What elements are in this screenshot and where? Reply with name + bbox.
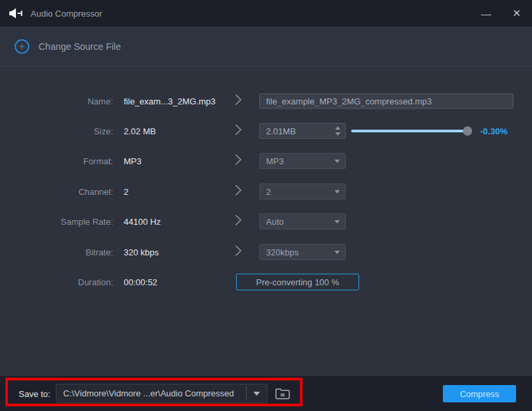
bitrate-row: Bitrate: 320 kbps 320kbps	[0, 242, 532, 262]
dropdown-arrow-icon	[253, 392, 260, 396]
compress-button[interactable]: Compress	[443, 385, 516, 402]
save-to-label: Save to:	[19, 388, 51, 398]
duration-row: Duration: 00:00:52 Pre-converting 100 %	[0, 272, 532, 292]
format-selected-value: MP3	[260, 156, 334, 166]
duration-source-value: 00:00:52	[124, 277, 158, 287]
size-source-value: 2.02 MB	[124, 126, 156, 136]
save-path-combobox[interactable]: C:\Vidmore\Vidmore ...er\Audio Compresse…	[56, 384, 267, 403]
step-up-icon[interactable]	[335, 126, 340, 130]
change-source-file-button[interactable]: Change Source File	[39, 41, 121, 52]
footer-bar: Save to: C:\Vidmore\Vidmore ...er\Audio …	[0, 376, 532, 411]
sample-rate-label: Sample Rate:	[0, 217, 113, 227]
source-toolbar: + Change Source File	[0, 27, 532, 67]
save-path-value[interactable]: C:\Vidmore\Vidmore ...er\Audio Compresse…	[57, 388, 246, 398]
title-bar: Audio Compressor — ✕	[0, 0, 532, 27]
size-change-percent: -0.30%	[480, 126, 507, 136]
sample-rate-selected-value: Auto	[260, 217, 334, 227]
chevron-right-icon	[235, 184, 242, 199]
bitrate-selected-value: 320kbps	[260, 247, 334, 257]
dropdown-arrow-icon	[334, 220, 340, 223]
browse-folder-button[interactable]	[273, 385, 293, 402]
minimize-button[interactable]: —	[471, 0, 501, 27]
chevron-right-icon	[235, 214, 242, 229]
window-title: Audio Compressor	[31, 9, 102, 19]
bitrate-select[interactable]: 320kbps	[259, 244, 346, 260]
audio-compressor-window: Audio Compressor — ✕ + Change Source Fil…	[0, 0, 532, 411]
dropdown-arrow-icon	[334, 190, 340, 194]
chevron-right-icon	[235, 124, 242, 138]
format-select[interactable]: MP3	[259, 153, 346, 169]
folder-icon	[275, 387, 291, 400]
bitrate-source-value: 320 kbps	[124, 247, 159, 257]
slider-track[interactable]	[351, 130, 471, 132]
speaker-compress-icon	[9, 8, 24, 19]
channel-selected-value: 2	[260, 187, 334, 197]
chevron-right-icon	[235, 154, 242, 168]
close-button[interactable]: ✕	[501, 0, 532, 27]
size-label: Size:	[0, 126, 113, 136]
slider-thumb[interactable]	[463, 126, 472, 136]
chevron-right-icon	[235, 94, 242, 108]
channel-row: Channel: 2 2	[0, 182, 532, 202]
path-dropdown-button[interactable]	[247, 392, 267, 396]
dropdown-arrow-icon	[334, 251, 340, 254]
format-label: Format:	[0, 156, 113, 166]
target-size-stepper[interactable]	[259, 123, 346, 139]
sample-rate-source-value: 44100 Hz	[124, 217, 161, 227]
add-circle-icon[interactable]: +	[15, 39, 29, 54]
sample-rate-row: Sample Rate: 44100 Hz Auto	[0, 211, 532, 231]
sample-rate-select[interactable]: Auto	[259, 213, 346, 229]
channel-label: Channel:	[0, 187, 113, 197]
format-source-value: MP3	[124, 156, 142, 166]
name-source-value: file_exam...3_2MG.mp3	[124, 96, 215, 106]
duration-label: Duration:	[0, 277, 113, 287]
dropdown-arrow-icon	[334, 160, 340, 163]
channel-select[interactable]: 2	[259, 184, 346, 200]
size-slider[interactable]	[351, 126, 471, 136]
name-row: Name: file_exam...3_2MG.mp3	[0, 91, 532, 111]
target-size-input[interactable]	[260, 126, 331, 136]
chevron-right-icon	[235, 245, 242, 259]
name-label: Name:	[0, 96, 113, 106]
step-down-icon[interactable]	[335, 132, 340, 136]
format-row: Format: MP3 MP3	[0, 151, 532, 171]
channel-source-value: 2	[124, 187, 128, 197]
output-name-input[interactable]	[259, 94, 513, 109]
stepper-arrows[interactable]	[331, 126, 345, 136]
size-row: Size: 2.02 MB -0.30%	[0, 121, 532, 141]
pre-converting-button[interactable]: Pre-converting 100 %	[236, 274, 359, 291]
bitrate-label: Bitrate:	[0, 247, 113, 257]
